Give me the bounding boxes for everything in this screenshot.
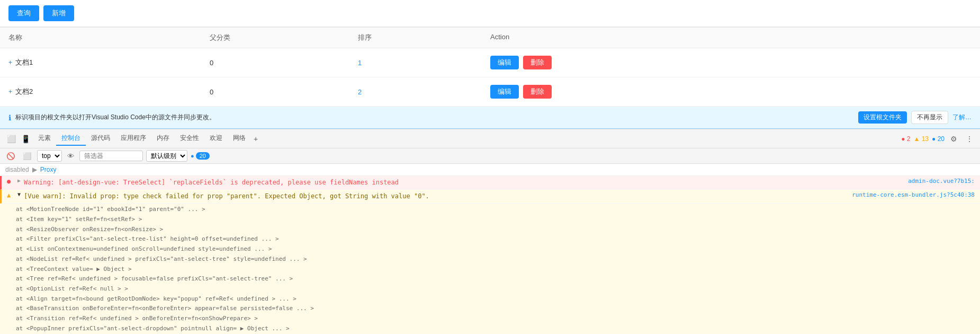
warn-badge: ▲ 13 bbox=[913, 135, 929, 143]
log-text-warn: [Vue warn]: Invalid prop: type check fai… bbox=[24, 191, 849, 201]
row-parent-2: 0 bbox=[210, 88, 358, 96]
expand-arrow-warn[interactable]: ▼ bbox=[17, 191, 21, 197]
log-source-warn[interactable]: runtime-core.esm-bundler.js?5c40:38 bbox=[852, 191, 975, 198]
settings-icon[interactable]: ⚙ bbox=[948, 133, 960, 145]
log-line-warn: ▲ ▼ [Vue warn]: Invalid prop: type check… bbox=[0, 190, 980, 204]
tab-console[interactable]: 控制台 bbox=[56, 131, 86, 146]
devtools-right: ● 2 ▲ 13 ● 20 ⚙ ⋮ bbox=[901, 133, 976, 145]
stack-line-6: at <NodeList ref=Ref< undefined > prefix… bbox=[16, 254, 975, 265]
count-badge-container: ● 20 bbox=[191, 152, 210, 160]
proxy-link[interactable]: Proxy bbox=[40, 166, 57, 173]
table-row: + 文档1 0 1 编辑 删除 bbox=[0, 48, 980, 77]
row-actions-2: 编辑 删除 bbox=[490, 85, 972, 99]
tab-elements[interactable]: 元素 bbox=[33, 131, 56, 146]
eye-icon[interactable]: 👁 bbox=[65, 151, 76, 161]
col-action: Action bbox=[490, 33, 972, 42]
error-badge: ● 2 bbox=[901, 135, 910, 143]
stack-line-10: at <Align target=fn<bound getRootDomNode… bbox=[16, 294, 975, 304]
error-icon: ● bbox=[901, 135, 905, 143]
table-row: + 文档2 0 2 编辑 删除 bbox=[0, 77, 980, 107]
expand-icon-2[interactable]: + bbox=[8, 88, 12, 95]
stack-line-4: at <Filter prefixCls="ant-select-tree-li… bbox=[16, 234, 975, 244]
set-root-button[interactable]: 设置根文件夹 bbox=[858, 111, 907, 124]
edit-button-2[interactable]: 编辑 bbox=[490, 85, 519, 99]
toolbar: 查询 新增 bbox=[0, 0, 980, 27]
tab-welcome[interactable]: 欢迎 bbox=[204, 131, 228, 146]
clear-console-button[interactable]: 🚫 bbox=[4, 151, 17, 161]
filter-toggle-button[interactable]: ⬜ bbox=[21, 151, 34, 161]
row-order-1: 1 bbox=[358, 59, 490, 67]
expand-icon-1[interactable]: + bbox=[8, 59, 12, 66]
banner-text: 标识项目的根文件夹以打开Visual Studio Code中的源文件并同步更改… bbox=[15, 113, 854, 122]
table-header: 名称 父分类 排序 Action bbox=[0, 27, 980, 48]
expand-arrow-error[interactable]: ▶ bbox=[17, 178, 21, 183]
stack-line-1: at <MotionTreeNode id="1" ebookId="1" pa… bbox=[16, 205, 975, 215]
count-dot: ● bbox=[191, 153, 194, 159]
console-log-area: ● ▶ Warning: [ant-design-vue: TreeSelect… bbox=[0, 176, 980, 334]
filter-input[interactable] bbox=[79, 151, 143, 161]
delete-button-2[interactable]: 删除 bbox=[523, 85, 552, 99]
context-select[interactable]: top bbox=[37, 150, 62, 162]
tab-sources[interactable]: 源代码 bbox=[86, 131, 115, 146]
col-order: 排序 bbox=[358, 33, 490, 42]
stack-line-13: at <PopupInner prefixCls="ant-select-dro… bbox=[16, 324, 975, 334]
delete-button-1[interactable]: 删除 bbox=[523, 56, 552, 69]
devtools-bar: ⬜ 📱 元素 控制台 源代码 应用程序 内存 安全性 欢迎 网络 + ● 2 ▲… bbox=[0, 129, 980, 148]
stack-line-8: at <Tree ref=Ref< undefined > focusable=… bbox=[16, 274, 975, 284]
log-text-error: Warning: [ant-design-vue: TreeSelect] `r… bbox=[24, 178, 905, 188]
no-show-button[interactable]: 不再显示 bbox=[911, 111, 948, 124]
level-select[interactable]: 默认级别 bbox=[146, 150, 187, 162]
stack-line-12: at <Transition ref=Ref< undefined > onBe… bbox=[16, 314, 975, 324]
stack-line-11: at <BaseTransition onBeforeEnter=fn<onBe… bbox=[16, 304, 975, 314]
stack-line-9: at <OptionList ref=Ref< null > > bbox=[16, 284, 975, 294]
query-button[interactable]: 查询 bbox=[8, 5, 39, 21]
stack-line-7: at <TreeContext value= ▶ Object > bbox=[16, 265, 975, 275]
disabled-text: disabled bbox=[5, 166, 29, 173]
row-name-1: + 文档1 bbox=[8, 58, 210, 67]
col-parent: 父分类 bbox=[210, 33, 358, 42]
tab-security[interactable]: 安全性 bbox=[175, 131, 204, 146]
console-filter-row: 🚫 ⬜ top 👁 默认级别 ● 20 bbox=[0, 148, 980, 164]
row-name-2: + 文档2 bbox=[8, 87, 210, 96]
count-badge: 20 bbox=[196, 152, 210, 160]
row-name-text-1: 文档1 bbox=[15, 58, 33, 67]
warn-icon: ▲ bbox=[913, 135, 920, 143]
info-banner: ℹ 标识项目的根文件夹以打开Visual Studio Code中的源文件并同步… bbox=[0, 107, 980, 129]
add-button[interactable]: 新增 bbox=[43, 5, 74, 21]
info-badge: ● 20 bbox=[932, 135, 945, 143]
cursor-icon[interactable]: ⬜ bbox=[4, 133, 19, 145]
col-name: 名称 bbox=[8, 33, 210, 42]
error-dot-icon: ● bbox=[7, 178, 14, 185]
info-icon: ℹ bbox=[8, 113, 11, 122]
log-line-error: ● ▶ Warning: [ant-design-vue: TreeSelect… bbox=[0, 176, 980, 190]
stack-line-5: at <List onContextmenu=undefined onScrol… bbox=[16, 244, 975, 254]
tab-network[interactable]: 网络 bbox=[228, 131, 251, 146]
tab-memory[interactable]: 内存 bbox=[151, 131, 175, 146]
row-actions-1: 编辑 删除 bbox=[490, 56, 972, 69]
edit-button-1[interactable]: 编辑 bbox=[490, 56, 519, 69]
device-icon[interactable]: 📱 bbox=[19, 133, 33, 145]
stack-line-2: at <Item key="1" setRef=fn<setRef> > bbox=[16, 215, 975, 225]
row-name-text-2: 文档2 bbox=[15, 87, 33, 96]
tab-application[interactable]: 应用程序 bbox=[115, 131, 151, 146]
arrow-icon: ▶ bbox=[32, 166, 37, 173]
table-area: 名称 父分类 排序 Action + 文档1 0 1 编辑 删除 + 文档2 0… bbox=[0, 27, 980, 107]
row-parent-1: 0 bbox=[210, 59, 358, 67]
info-icon-badge: ● bbox=[932, 135, 936, 143]
log-source-error[interactable]: admin-doc.vue?7b15: bbox=[908, 178, 975, 184]
stack-trace-warn: at <MotionTreeNode id="1" ebookId="1" pa… bbox=[0, 204, 980, 334]
row-order-2: 2 bbox=[358, 88, 490, 96]
stack-line-3: at <ResizeObserver onResize=fn<onResize>… bbox=[16, 225, 975, 235]
add-panel-button[interactable]: + bbox=[251, 133, 260, 145]
console-disabled-line: disabled ▶ Proxy bbox=[0, 164, 980, 176]
more-icon[interactable]: ⋮ bbox=[963, 133, 976, 145]
learn-more-link[interactable]: 了解… bbox=[952, 113, 972, 122]
warn-triangle-icon: ▲ bbox=[7, 191, 14, 199]
